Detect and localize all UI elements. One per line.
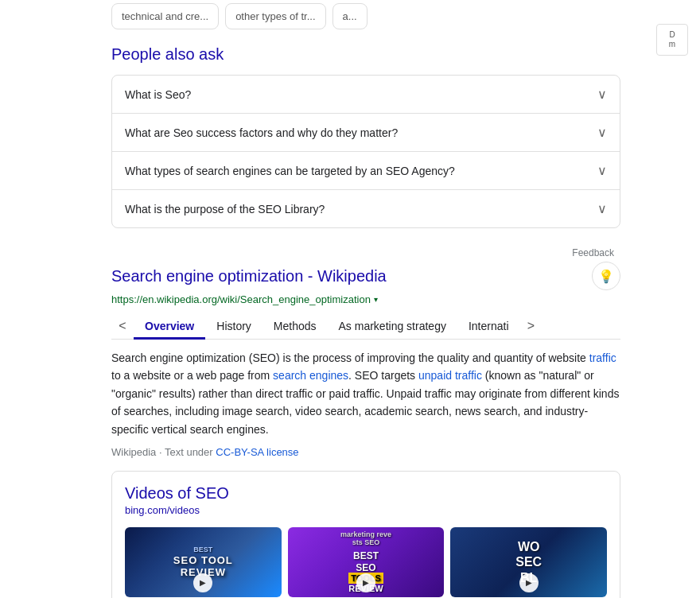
videos-grid: BEST SEO TOOL REVIEW ▶ marketing reve st…: [125, 527, 607, 597]
sidebar-icon-dm[interactable]: Dm: [656, 24, 688, 56]
wikipedia-result: Search engine optimization - Wikipedia 💡…: [111, 262, 620, 458]
tab-internati-label: Internati: [469, 320, 509, 332]
tab-internati[interactable]: Internati: [457, 313, 520, 339]
play-icon-3: ▶: [526, 578, 532, 587]
tabs-next-arrow[interactable]: >: [520, 313, 542, 339]
wiki-url-row: https://en.wikipedia.org/wiki/Search_eng…: [111, 293, 620, 305]
faq-question-3: What types of search engines can be targ…: [125, 165, 455, 177]
video-1-play-btn[interactable]: ▶: [193, 573, 212, 592]
tab-marketing-label: As marketing strategy: [339, 320, 446, 332]
videos-section: Videos of SEO bing.com/videos BEST SEO T…: [111, 471, 620, 598]
tabs-prev-arrow[interactable]: <: [111, 313, 134, 339]
tab-history[interactable]: History: [205, 313, 262, 339]
play-icon-2: ▶: [363, 578, 369, 587]
right-sidebar: Dm: [644, 0, 700, 159]
cc-by-sa-link[interactable]: CC-BY-SA license: [216, 446, 298, 458]
wiki-url-link[interactable]: https://en.wikipedia.org/wiki/Search_eng…: [111, 293, 371, 305]
faq-chevron-3: ∨: [597, 163, 607, 178]
faq-item-2[interactable]: What are Seo success factors and why do …: [112, 114, 620, 152]
url-dropdown-icon[interactable]: ▾: [374, 295, 378, 304]
faq-question-4: What is the purpose of the SEO Library?: [125, 203, 325, 216]
feedback-row[interactable]: Feedback: [111, 244, 620, 262]
top-card-3-text: a...: [343, 10, 357, 22]
faq-item-4[interactable]: What is the purpose of the SEO Library? …: [112, 190, 620, 227]
tab-methods-label: Methods: [274, 320, 317, 332]
wiki-description: Search engine optimization (SEO) is the …: [111, 349, 620, 438]
videos-title: Videos of SEO: [125, 484, 607, 503]
lightbulb-button[interactable]: 💡: [592, 262, 620, 290]
wiki-title-link[interactable]: Search engine optimization - Wikipedia: [111, 267, 387, 285]
videos-source-link[interactable]: bing.com/videos: [125, 504, 607, 516]
top-card-2[interactable]: other types of tr...: [225, 3, 325, 29]
wiki-tabs: < Overview History Methods As marketing …: [111, 313, 620, 340]
faq-item-3[interactable]: What types of search engines can be targ…: [112, 152, 620, 190]
top-card-1-text: technical and cre...: [122, 10, 208, 22]
tab-marketing[interactable]: As marketing strategy: [328, 313, 457, 339]
video-3-play-btn[interactable]: ▶: [519, 573, 539, 592]
faq-chevron-4: ∨: [597, 201, 607, 216]
faq-chevron-1: ∨: [597, 87, 607, 102]
unpaid-traffic-link[interactable]: unpaid traffic: [418, 369, 482, 382]
tab-methods[interactable]: Methods: [262, 313, 328, 339]
wiki-description-text: Search engine optimization (SEO) is the …: [111, 351, 619, 436]
top-cards-row: technical and cre... other types of tr..…: [111, 0, 620, 29]
faq-chevron-2: ∨: [597, 125, 607, 140]
traffic-link[interactable]: traffic: [589, 351, 616, 364]
wiki-source-row: Wikipedia · Text under CC-BY-SA license: [111, 446, 620, 458]
faq-item-1[interactable]: What is Seo? ∨: [112, 76, 620, 114]
top-card-2-text: other types of tr...: [235, 10, 315, 22]
dm-icon: Dm: [669, 30, 675, 49]
video-2-play-btn[interactable]: ▶: [356, 573, 375, 592]
faq-section: What is Seo? ∨ What are Seo success fact…: [111, 75, 620, 228]
feedback-label: Feedback: [572, 247, 614, 258]
wiki-source-text: Wikipedia · Text under: [111, 446, 213, 458]
search-engines-link[interactable]: search engines: [273, 369, 348, 382]
play-icon-1: ▶: [200, 578, 206, 587]
tab-history-label: History: [216, 320, 251, 332]
faq-question-1: What is Seo?: [125, 88, 191, 101]
top-card-3[interactable]: a...: [332, 3, 368, 29]
chevron-right-icon: >: [527, 319, 535, 333]
chevron-left-icon: <: [119, 319, 126, 333]
video-thumb-1[interactable]: BEST SEO TOOL REVIEW ▶: [125, 527, 282, 597]
lightbulb-icon: 💡: [598, 269, 614, 284]
wiki-title-row: Search engine optimization - Wikipedia 💡: [111, 262, 620, 290]
video-thumb-2[interactable]: marketing reve sts SEO BEST SEO TOOLS RE…: [288, 527, 445, 597]
people-also-ask-title: People also ask: [111, 45, 620, 64]
tab-overview[interactable]: Overview: [134, 313, 205, 339]
top-card-1[interactable]: technical and cre...: [111, 3, 219, 29]
video-thumb-3[interactable]: WO SEC BL ▶: [450, 527, 607, 597]
faq-question-2: What are Seo success factors and why do …: [125, 126, 398, 139]
tab-overview-label: Overview: [145, 320, 194, 332]
